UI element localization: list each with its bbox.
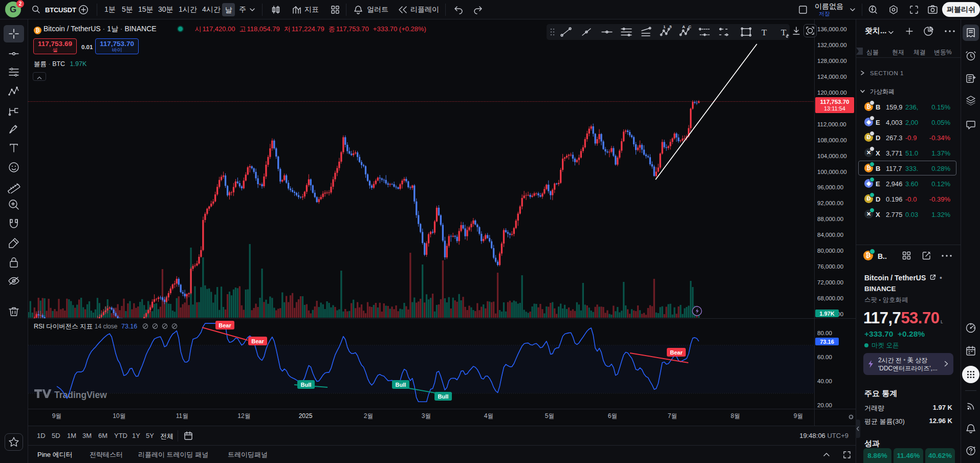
- svg-text:9월: 9월: [794, 412, 803, 420]
- svg-text:Bull: Bull: [301, 382, 312, 388]
- svg-text:6월: 6월: [608, 412, 618, 420]
- svg-text:72,000.00: 72,000.00: [817, 279, 843, 285]
- svg-text:8월: 8월: [731, 412, 741, 420]
- svg-text:7월: 7월: [668, 412, 678, 420]
- svg-text:40.00: 40.00: [817, 378, 832, 384]
- svg-text:2025: 2025: [299, 412, 313, 420]
- svg-text:12월: 12월: [237, 412, 250, 420]
- svg-text:112,000.00: 112,000.00: [817, 121, 846, 127]
- svg-text:Bull: Bull: [396, 382, 406, 388]
- svg-text:124,000.00: 124,000.00: [817, 74, 847, 80]
- svg-text:136,000.00: 136,000.00: [817, 26, 847, 32]
- svg-text:10월: 10월: [113, 412, 125, 420]
- svg-text:Bull: Bull: [438, 393, 449, 400]
- svg-text:60.00: 60.00: [817, 354, 832, 360]
- svg-text:T: T: [781, 28, 787, 37]
- svg-text:132,000.00: 132,000.00: [817, 42, 847, 48]
- svg-text:A: A: [682, 25, 685, 29]
- svg-text:117,753.70: 117,753.70: [820, 99, 850, 105]
- svg-text:5월: 5월: [545, 412, 555, 420]
- svg-text:68,000.00: 68,000.00: [817, 295, 843, 301]
- svg-text:128,000.00: 128,000.00: [817, 58, 847, 64]
- svg-text:88,000.00: 88,000.00: [817, 216, 843, 222]
- svg-text:T: T: [761, 28, 767, 37]
- svg-text:80,000.00: 80,000.00: [817, 248, 843, 254]
- svg-text:108,000.00: 108,000.00: [817, 137, 847, 143]
- svg-text:80.00: 80.00: [817, 330, 832, 336]
- svg-text:1.97K: 1.97K: [819, 311, 834, 317]
- svg-text:Bear: Bear: [670, 349, 683, 356]
- svg-text:1: 1: [663, 25, 666, 29]
- svg-text:Bear: Bear: [219, 322, 231, 328]
- svg-text:13:11:54: 13:11:54: [824, 105, 845, 112]
- svg-text:20.00: 20.00: [817, 402, 832, 408]
- svg-text:92,000.00: 92,000.00: [817, 200, 843, 206]
- svg-text:120,000.00: 120,000.00: [817, 90, 847, 96]
- svg-text:104,000.00: 104,000.00: [817, 153, 847, 159]
- svg-text:Bear: Bear: [251, 338, 264, 344]
- svg-text:100,000.00: 100,000.00: [817, 169, 847, 175]
- svg-text:2월: 2월: [364, 412, 374, 420]
- svg-text:76,000.00: 76,000.00: [817, 263, 843, 270]
- svg-text:73.16: 73.16: [820, 339, 834, 345]
- svg-text:C: C: [688, 25, 691, 29]
- svg-text:96,000.00: 96,000.00: [817, 184, 843, 190]
- svg-text:11월: 11월: [176, 412, 188, 420]
- svg-text:3월: 3월: [422, 412, 431, 420]
- svg-text:5: 5: [669, 25, 672, 29]
- svg-text:84,000.00: 84,000.00: [817, 232, 843, 238]
- svg-text:4월: 4월: [484, 412, 494, 420]
- svg-text:9월: 9월: [52, 412, 62, 420]
